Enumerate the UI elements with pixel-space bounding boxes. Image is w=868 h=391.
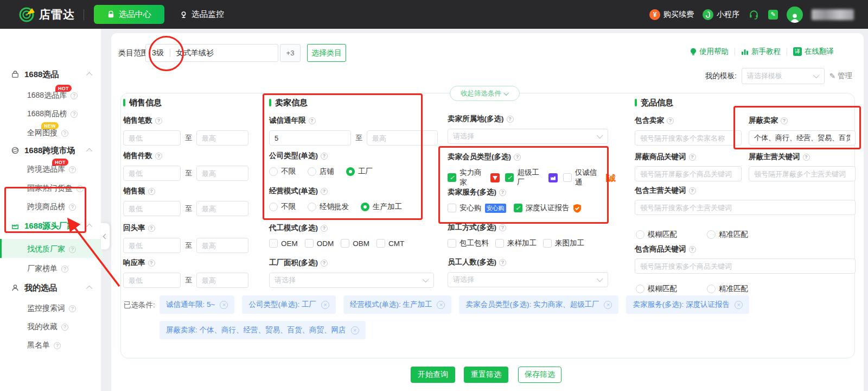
remove-chip-icon[interactable] [735,301,743,309]
sidebar-item-favorites[interactable]: 我的收藏 [27,321,68,332]
help-icon[interactable] [76,185,84,192]
checkbox-oem[interactable]: OEM [269,239,298,248]
help-icon[interactable] [61,130,68,137]
translate-link[interactable]: 译 在线翻译 [793,47,834,56]
sidebar-group-crossborder[interactable]: 1688跨境市场 [11,145,92,156]
help-icon[interactable] [155,117,162,124]
radio-company-factory[interactable]: 工厂 [346,167,373,176]
response-rate-min-input[interactable] [123,273,181,288]
sales-units-min-input[interactable] [123,166,181,181]
sidebar-group-my-selection[interactable]: 我的选品 [11,282,92,293]
sidebar-item-1688-ranking[interactable]: 1688商品榜 [27,109,78,119]
tutorial-link[interactable]: 新手教程 [741,47,781,56]
help-icon[interactable] [71,92,78,99]
year-max-input[interactable] [367,130,438,146]
radio-biz-any[interactable]: 不限 [269,202,296,212]
radio-product-fuzzy-match[interactable]: 模糊匹配 [636,284,677,294]
factory-area-select[interactable]: 请选择 [269,273,434,288]
help-icon[interactable] [61,324,68,331]
sales-amount-max-input[interactable] [196,201,248,216]
help-icon[interactable] [321,260,328,267]
remove-chip-icon[interactable] [437,301,445,309]
block-seller-input[interactable] [749,130,856,146]
checkbox-odm[interactable]: ODM [305,239,334,248]
remove-chip-icon[interactable] [220,301,228,309]
help-icon[interactable] [507,116,514,123]
help-icon[interactable] [54,342,61,349]
sidebar-item-country-hot[interactable]: 国家热门货盘 [27,183,84,194]
nav-tab-selection-monitor[interactable]: 选品监控 [180,9,224,20]
help-icon[interactable] [61,266,68,273]
help-icon[interactable] [309,117,316,124]
checkbox-chengxintong-only[interactable]: 仅诚信通 诚 [563,168,616,187]
help-icon[interactable] [514,154,521,161]
category-more-count[interactable]: +3 [280,44,301,62]
remove-chip-icon[interactable] [604,301,612,309]
help-icon[interactable] [69,166,76,173]
collapse-filters-pill[interactable]: 收起筛选条件 [450,86,520,101]
include-main-keywords-input[interactable] [635,200,856,215]
radio-company-any[interactable]: 不限 [269,167,296,176]
help-icon[interactable] [667,117,674,124]
sidebar-item-find-factory[interactable]: 找优质厂家 [27,244,76,255]
remove-chip-icon[interactable] [351,326,359,335]
sales-orders-max-input[interactable] [196,130,248,146]
help-icon[interactable] [689,187,696,194]
checkbox-cmt[interactable]: CMT [376,239,404,248]
help-icon[interactable] [803,154,810,161]
seller-location-select[interactable]: 请选择 [448,129,608,144]
save-filters-button[interactable]: 保存筛选 [518,367,561,383]
checkbox-deep-cert-report[interactable]: 深度认证报告 [514,203,582,213]
feedback-edit-icon[interactable]: ✎ [768,10,778,20]
checkbox-obm[interactable]: OBM [341,239,369,248]
sidebar-group-1688-selection[interactable]: 1688选品 [11,69,92,80]
help-icon[interactable] [321,225,328,232]
miniprogram-link[interactable]: 小程序 [703,9,739,20]
radio-main-exact-match[interactable]: 精准匹配 [707,230,748,239]
sidebar-item-crossborder-ranking[interactable]: 跨境商品榜 [27,201,76,212]
radio-main-fuzzy-match[interactable]: 模糊匹配 [636,230,677,239]
help-icon[interactable] [689,154,696,161]
nav-tab-selection-center[interactable]: 选品中心 [94,5,164,24]
sidebar-item-crossborder-pool[interactable]: 跨境选品库 HOT [27,164,76,175]
help-icon[interactable] [781,117,788,124]
help-icon[interactable] [155,153,162,160]
sidebar-item-1688-pool[interactable]: 1688选品库 HOT [27,90,78,101]
manage-templates-link[interactable]: ✎ 管理 [829,71,852,81]
sidebar-group-source-factory[interactable]: 1688源头厂家 [11,220,92,231]
repeat-rate-min-input[interactable] [123,238,181,253]
help-icon[interactable] [321,153,328,160]
year-min-input[interactable] [269,130,351,146]
sales-orders-min-input[interactable] [123,130,181,146]
help-icon[interactable] [148,188,155,195]
reset-filters-button[interactable]: 重置筛选 [464,367,508,383]
choose-category-button[interactable]: 选择类目 [307,44,346,62]
help-icon[interactable] [499,259,506,266]
category-input[interactable]: 3级 女式羊绒衫 [145,44,278,62]
checkbox-drawing-process[interactable]: 来图加工 [543,238,584,248]
staff-count-select[interactable]: 请选择 [448,272,608,287]
help-icon[interactable] [321,188,328,195]
sales-units-max-input[interactable] [196,166,248,181]
start-query-button[interactable]: 开始查询 [411,367,455,383]
avatar[interactable] [787,7,803,23]
help-icon[interactable] [69,246,76,253]
response-rate-max-input[interactable] [196,273,248,288]
checkbox-strength-merchant[interactable]: 实力商家 [448,168,500,187]
sidebar-item-factory-ranking[interactable]: 厂家榜单 [27,263,68,274]
block-main-keywords-input[interactable] [749,166,856,181]
radio-biz-manufacture[interactable]: 生产加工 [361,202,402,212]
remove-chip-icon[interactable] [321,301,329,309]
sales-amount-min-input[interactable] [123,201,181,216]
radio-company-shop[interactable]: 店铺 [308,167,334,176]
help-icon[interactable] [499,189,506,196]
checkbox-anxingou[interactable]: 安心购 安心购 [448,203,506,213]
sidebar-item-blacklist[interactable]: 黑名单 [27,340,61,351]
usage-help-link[interactable]: 使用帮助 [690,47,729,56]
help-icon[interactable] [69,305,76,312]
help-icon[interactable] [148,260,155,267]
sidebar-item-monitor-keywords[interactable]: 监控搜索词 [27,303,76,314]
help-icon[interactable] [69,204,76,211]
include-seller-input[interactable] [635,130,742,146]
help-icon[interactable] [148,225,155,232]
